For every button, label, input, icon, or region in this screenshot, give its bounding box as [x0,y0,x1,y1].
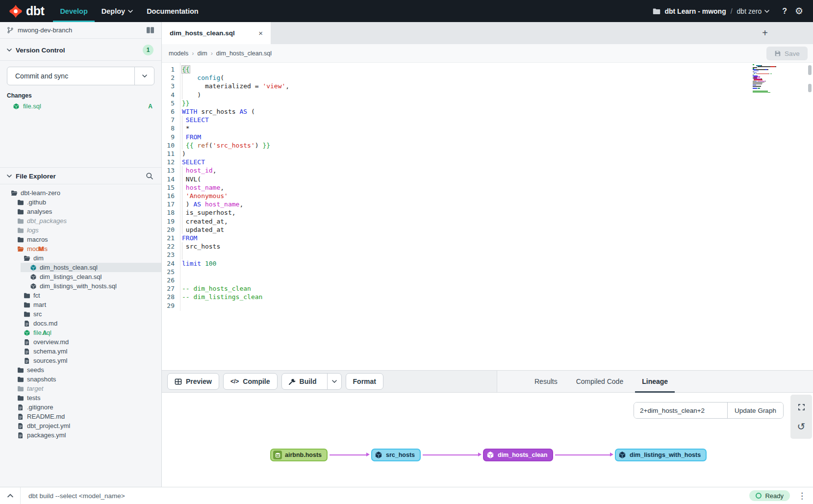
code-line[interactable]: 21FROM [162,234,289,242]
code-line[interactable]: 18 is_superhost, [162,208,289,217]
code-line[interactable]: 1{{ [162,65,289,74]
minimap[interactable] [753,64,776,94]
save-button[interactable]: Save [766,47,808,60]
code-line[interactable]: 7 SELECT [162,116,289,124]
update-graph-button[interactable]: Update Graph [727,403,783,418]
code-line[interactable]: 28-- dim_listings_clean [162,293,289,301]
search-icon[interactable] [146,172,153,180]
kebab-menu-icon[interactable]: ⋮ [798,491,806,501]
build-main-segment[interactable]: Build [282,374,323,389]
tree-item-sources.yml[interactable]: sources.yml [0,356,161,365]
tree-item-file.sql[interactable]: file.sqlA [0,328,161,337]
code-line[interactable]: 25 [162,268,289,276]
branch-row[interactable]: mwong-dev-branch [0,22,161,39]
tree-item-logs[interactable]: logs [0,226,161,235]
tree-item-mart[interactable]: mart [0,300,161,309]
tree-item-dbt-learn-zero[interactable]: dbt-learn-zero [0,188,161,198]
environment-selector[interactable]: dbt zero [737,7,770,15]
code-line[interactable]: 8 * [162,124,289,132]
tree-item-tests[interactable]: tests [0,393,161,403]
code-line[interactable]: 26 [162,276,289,284]
editor-scrollbar[interactable] [808,63,812,370]
code-line[interactable]: 3 materialized = 'view', [162,82,289,90]
code-line[interactable]: 23 [162,251,289,259]
commit-and-sync-button[interactable]: Commit and sync [7,67,154,85]
code-line[interactable]: 27-- dim_hosts_clean [162,284,289,293]
commit-options-chevron[interactable] [134,67,154,85]
tree-item-docs.md[interactable]: docs.md [0,319,161,328]
tree-item-.github[interactable]: .github [0,198,161,207]
tab-compiled-code[interactable]: Compiled Code [576,371,624,392]
dbt-logo[interactable]: dbt [9,4,44,18]
code-line[interactable]: 20 updated_at [162,226,289,234]
tree-item-macros[interactable]: macros [0,235,161,244]
code-line[interactable]: 9 FROM [162,133,289,141]
tree-item-overview.md[interactable]: overview.md [0,337,161,347]
code-line[interactable]: 2 config( [162,74,289,82]
tree-item-dim_hosts_clean.sql[interactable]: dim_hosts_clean.sql [0,263,161,272]
code-line[interactable]: 24limit 100 [162,259,289,268]
tree-item-schema.yml[interactable]: schema.yml [0,347,161,356]
tab-results[interactable]: Results [534,371,558,392]
format-button[interactable]: Format [346,373,383,390]
tree-item-dim[interactable]: dim [0,253,161,263]
code-line[interactable]: 29 [162,302,289,310]
version-control-header[interactable]: Version Control 1 [0,39,161,60]
tree-item-packages.yml[interactable]: packages.yml [0,430,161,440]
tree-item-dim_listings_clean.sql[interactable]: dim_listings_clean.sql [0,272,161,281]
code-line[interactable]: 12SELECT [162,158,289,166]
lineage-node-dim_hosts_clean[interactable]: dim_hosts_clean [483,449,553,461]
fullscreen-icon[interactable] [794,400,809,415]
close-icon[interactable]: × [258,29,263,37]
reset-view-icon[interactable]: ↺ [794,419,809,434]
tree-item-fct[interactable]: fct [0,291,161,300]
command-bar-toggle[interactable] [0,487,21,504]
code-line[interactable]: 13 host_id, [162,166,289,175]
tree-item-models[interactable]: modelsM [0,244,161,253]
docs-book-icon[interactable] [146,26,154,34]
lineage-node-src_hosts[interactable]: src_hosts [371,449,421,461]
tree-item-snapshots[interactable]: snapshots [0,375,161,384]
lineage-node-dim_listings_with_hosts[interactable]: dim_listings_with_hosts [615,449,707,461]
code-line[interactable]: 17 ) AS host_name, [162,200,289,208]
tree-item-README.md[interactable]: README.md [0,412,161,421]
tab-dim-hosts-clean[interactable]: dim_hosts_clean.sql × [162,22,271,44]
gear-icon[interactable]: ⚙ [795,6,803,16]
code-line[interactable]: 10 {{ ref('src_hosts') }} [162,141,289,150]
tree-item-src[interactable]: src [0,309,161,319]
lineage-node-airbnb.hosts[interactable]: airbnb.hosts [270,449,328,461]
code-line[interactable]: 15 host_name, [162,183,289,192]
tree-item-.gitignore[interactable]: .gitignore [0,403,161,412]
command-input[interactable] [21,492,749,500]
tree-item-dbt_packages[interactable]: dbt_packages [0,216,161,226]
scrollbar-thumb[interactable] [808,84,812,92]
code-line[interactable]: 16 'Anonymous' [162,192,289,200]
tree-item-dbt_project.yml[interactable]: dbt_project.yml [0,421,161,430]
preview-button[interactable]: Preview [167,373,219,390]
tree-item-seeds[interactable]: seeds [0,365,161,375]
tree-item-analyses[interactable]: analyses [0,207,161,216]
nav-item-deploy[interactable]: Deploy [95,0,140,22]
code-line[interactable]: 14 NVL( [162,175,289,183]
tab-lineage[interactable]: Lineage [642,371,668,392]
code-line[interactable]: 22 src_hosts [162,242,289,251]
build-options-chevron[interactable] [327,374,341,389]
help-icon[interactable]: ? [782,7,787,16]
lineage-selector-input[interactable] [634,403,727,418]
code-line[interactable]: 11) [162,150,289,158]
file-explorer-header[interactable]: File Explorer [0,167,161,184]
code-line[interactable]: 6WITH src_hosts AS ( [162,107,289,116]
nav-item-develop[interactable]: Develop [53,0,94,22]
nav-item-documentation[interactable]: Documentation [140,0,205,22]
changed-file-row[interactable]: file.sql A [0,102,161,110]
tree-item-dim_listings_with_hosts.sql[interactable]: dim_listings_with_hosts.sql [0,281,161,291]
scrollbar-thumb[interactable] [808,65,812,75]
build-button[interactable]: Build [281,373,342,390]
code-line[interactable]: 19 created_at, [162,217,289,226]
code-line[interactable]: 4 ) [162,91,289,99]
compile-button[interactable]: </> Compile [223,373,278,390]
code-editor[interactable]: 1{{2 config(3 materialized = 'view',4 )5… [162,63,813,370]
tree-item-target[interactable]: target [0,384,161,393]
account-project[interactable]: dbt Learn - mwong [664,7,726,15]
code-line[interactable]: 5}} [162,99,289,107]
